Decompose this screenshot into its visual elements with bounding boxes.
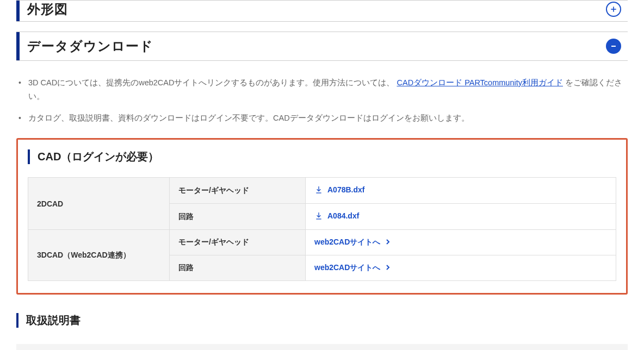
gray-bar: [16, 344, 628, 350]
note-item-2: カタログ、取扱説明書、資料のダウンロードはログイン不要です。CADデータダウンロ…: [27, 111, 628, 125]
subrow-circuit-1: 回路: [170, 204, 306, 230]
subrow-motor-2: モーター/ギヤヘッド: [170, 230, 306, 255]
row-3dcad-label: 3DCAD（Web2CAD連携）: [28, 230, 170, 281]
cad-heading: CAD（ログインが必要）: [28, 149, 616, 164]
download-icon: [314, 185, 323, 194]
table-row: 3DCAD（Web2CAD連携） モーター/ギヤヘッド web2CADサイトへ: [28, 230, 616, 255]
notes-block: 3D CADについては、提携先のweb2CADサイトへリンクするものがあります。…: [16, 76, 628, 125]
web2cad-link-circuit[interactable]: web2CADサイトへ: [314, 263, 390, 273]
manual-heading: 取扱説明書: [16, 313, 628, 328]
accordion-outline[interactable]: 外形図: [16, 0, 628, 22]
cad-table: 2DCAD モーター/ギヤヘッド A078B.dxf 回路: [28, 177, 616, 281]
cad-highlight-box: CAD（ログインが必要） 2DCAD モーター/ギヤヘッド A078B.dxf …: [16, 138, 628, 295]
download-icon: [314, 211, 323, 220]
external-link-label: web2CADサイトへ: [314, 263, 380, 273]
web2cad-link-motor[interactable]: web2CADサイトへ: [314, 238, 390, 247]
external-link-label: web2CADサイトへ: [314, 238, 380, 247]
chevron-right-icon: [386, 264, 390, 272]
partcommunity-guide-link[interactable]: CADダウンロード PARTcommunity利用ガイド: [397, 78, 563, 87]
accordion-download[interactable]: データダウンロード: [16, 32, 628, 61]
row-2dcad-label: 2DCAD: [28, 178, 170, 230]
subrow-circuit-2: 回路: [170, 255, 306, 281]
plus-icon: [606, 2, 621, 17]
download-filename: A078B.dxf: [327, 185, 364, 194]
note-item-1: 3D CADについては、提携先のweb2CADサイトへリンクするものがあります。…: [27, 76, 628, 104]
download-link-a084[interactable]: A084.dxf: [314, 211, 359, 220]
accordion-download-title: データダウンロード: [20, 38, 153, 55]
table-row: 2DCAD モーター/ギヤヘッド A078B.dxf: [28, 178, 616, 204]
accordion-outline-title: 外形図: [20, 1, 68, 18]
note-1-prefix: 3D CADについては、提携先のweb2CADサイトへリンクするものがあります。…: [28, 78, 394, 87]
chevron-right-icon: [386, 239, 390, 247]
minus-icon: [606, 39, 621, 54]
download-filename: A084.dxf: [327, 211, 359, 220]
subrow-motor-1: モーター/ギヤヘッド: [170, 178, 306, 204]
download-link-a078b[interactable]: A078B.dxf: [314, 185, 364, 194]
